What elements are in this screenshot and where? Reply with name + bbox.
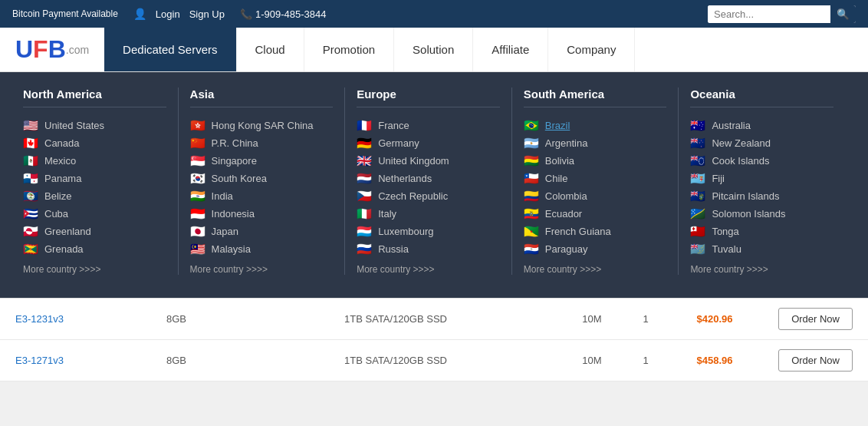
list-item[interactable]: 🇮🇳India xyxy=(190,187,334,205)
search-bar[interactable]: 🔍 xyxy=(708,5,856,23)
list-item[interactable]: 🇦🇷Argentina xyxy=(524,134,667,152)
flag-icon: 🇨🇴 xyxy=(524,191,539,202)
list-item[interactable]: 🇹🇻Tuvalu xyxy=(690,240,833,258)
country-name: Cuba xyxy=(44,208,68,220)
region-title: South America xyxy=(524,88,667,107)
list-item[interactable]: 🇬🇱Greenland xyxy=(23,223,166,240)
more-countries-link[interactable]: More country >>>> xyxy=(190,264,334,275)
flag-icon: 🇬🇩 xyxy=(23,244,38,255)
list-item[interactable]: 🇵🇳Pitcairn Islands xyxy=(690,187,833,205)
server-price: $458.96 xyxy=(676,355,753,366)
list-item[interactable]: 🇪🇨Ecuador xyxy=(524,205,667,223)
nav-bar: UFB .com Dedicated Servers Cloud Promoti… xyxy=(0,28,868,72)
server-table: E3-1231v3 8GB 1TB SATA/120GB SSD 10M 1 $… xyxy=(0,298,868,381)
flag-icon: 🇨🇳 xyxy=(190,138,205,149)
list-item[interactable]: 🇵🇾Paraguay xyxy=(524,240,667,258)
list-item[interactable]: 🇮🇹Italy xyxy=(357,205,500,223)
flag-icon: 🇳🇱 xyxy=(357,173,372,184)
list-item[interactable]: 🇳🇱Netherlands xyxy=(357,170,500,187)
nav-solution[interactable]: Solution xyxy=(394,28,473,71)
list-item[interactable]: 🇨🇴Colombia xyxy=(524,187,667,205)
list-item[interactable]: 🇰🇷South Korea xyxy=(190,170,334,187)
list-item[interactable]: 🇵🇦Panama xyxy=(23,170,166,187)
flag-icon: 🇳🇿 xyxy=(690,138,705,149)
list-item[interactable]: 🇭🇰Hong Kong SAR China xyxy=(190,117,334,134)
more-countries-link[interactable]: More country >>>> xyxy=(23,264,166,275)
flag-icon: 🇧🇷 xyxy=(524,121,539,131)
list-item[interactable]: 🇹🇴Tonga xyxy=(690,223,833,240)
flag-icon: 🇨🇦 xyxy=(23,138,38,149)
order-button[interactable]: Order Now xyxy=(778,349,853,372)
country-name: South Korea xyxy=(212,173,267,184)
more-countries-link[interactable]: More country >>>> xyxy=(524,264,667,275)
more-countries-link[interactable]: More country >>>> xyxy=(690,264,833,275)
order-action[interactable]: Order Now xyxy=(761,308,853,330)
list-item[interactable]: 🇲🇽Mexico xyxy=(23,152,166,170)
list-item[interactable]: 🇬🇫French Guiana xyxy=(524,223,667,240)
region-title: Asia xyxy=(190,88,334,107)
login-link[interactable]: Login xyxy=(156,8,180,20)
list-item[interactable]: 🇳🇿New Zealand xyxy=(690,134,833,152)
search-button[interactable]: 🔍 xyxy=(830,5,856,23)
flag-icon: 🇫🇯 xyxy=(690,173,705,184)
country-name: Australia xyxy=(712,120,751,131)
list-item[interactable]: 🇨🇿Czech Republic xyxy=(357,187,500,205)
list-item[interactable]: 🇧🇴Bolivia xyxy=(524,152,667,170)
server-model[interactable]: E3-1271v3 xyxy=(15,355,123,366)
nav-cloud[interactable]: Cloud xyxy=(237,28,304,71)
server-qty: 1 xyxy=(623,355,669,366)
server-bandwidth: 10M xyxy=(569,313,615,325)
list-item[interactable]: 🇸🇬Singapore xyxy=(190,152,334,170)
logo: UFB .com xyxy=(0,28,104,71)
list-item[interactable]: 🇨🇳P.R. China xyxy=(190,134,334,152)
nav-affiliate[interactable]: Affiliate xyxy=(473,28,548,71)
country-name: Japan xyxy=(212,226,238,237)
list-item[interactable]: 🇬🇩Grenada xyxy=(23,240,166,258)
server-model[interactable]: E3-1231v3 xyxy=(15,313,123,325)
list-item[interactable]: 🇬🇧United Kingdom xyxy=(357,152,500,170)
list-item[interactable]: 🇨🇺Cuba xyxy=(23,205,166,223)
flag-icon: 🇨🇰 xyxy=(690,156,705,167)
list-item[interactable]: 🇷🇺Russia xyxy=(357,240,500,258)
country-name: Indonesia xyxy=(212,208,255,220)
list-item[interactable]: 🇦🇺Australia xyxy=(690,117,833,134)
list-item[interactable]: 🇲🇾Malaysia xyxy=(190,240,334,258)
region-title: North America xyxy=(23,88,166,107)
nav-company[interactable]: Company xyxy=(548,28,635,71)
list-item[interactable]: 🇨🇦Canada xyxy=(23,134,166,152)
list-item[interactable]: 🇫🇷France xyxy=(357,117,500,134)
flag-icon: 🇹🇴 xyxy=(690,226,705,237)
flag-icon: 🇱🇺 xyxy=(357,226,372,237)
table-row: E3-1231v3 8GB 1TB SATA/120GB SSD 10M 1 $… xyxy=(0,299,868,340)
more-countries-link[interactable]: More country >>>> xyxy=(357,264,500,275)
flag-icon: 🇩🇪 xyxy=(357,138,372,149)
country-name: Singapore xyxy=(212,155,257,167)
bitcoin-label: Bitcoin Payment Available xyxy=(12,8,118,19)
list-item[interactable]: 🇨🇰Cook Islands xyxy=(690,152,833,170)
list-item[interactable]: 🇮🇩Indonesia xyxy=(190,205,334,223)
order-button[interactable]: Order Now xyxy=(778,308,853,330)
country-name: Greenland xyxy=(44,226,91,237)
list-item[interactable]: 🇫🇯Fiji xyxy=(690,170,833,187)
flag-icon: 🇵🇳 xyxy=(690,191,705,202)
list-item[interactable]: 🇺🇸United States xyxy=(23,117,166,134)
search-input[interactable] xyxy=(708,5,830,23)
list-item[interactable]: 🇨🇱Chile xyxy=(524,170,667,187)
region-col-south-america: South America🇧🇷Brazil🇦🇷Argentina🇧🇴Bolivi… xyxy=(512,88,679,275)
flag-icon: 🇬🇧 xyxy=(357,156,372,167)
nav-promotion[interactable]: Promotion xyxy=(304,28,394,71)
list-item[interactable]: 🇧🇷Brazil xyxy=(524,117,667,134)
list-item[interactable]: 🇱🇺Luxembourg xyxy=(357,223,500,240)
list-item[interactable]: 🇩🇪Germany xyxy=(357,134,500,152)
order-action[interactable]: Order Now xyxy=(761,349,853,372)
country-name[interactable]: Brazil xyxy=(545,120,570,131)
nav-dedicated-servers[interactable]: Dedicated Servers xyxy=(104,28,236,71)
list-item[interactable]: 🇸🇧Solomon Islands xyxy=(690,205,833,223)
list-item[interactable]: 🇧🇿Belize xyxy=(23,187,166,205)
logo-suffix: .com xyxy=(66,44,89,56)
country-name: Russia xyxy=(378,243,409,255)
region-col-europe: Europe🇫🇷France🇩🇪Germany🇬🇧United Kingdom🇳… xyxy=(345,88,512,275)
flag-icon: 🇺🇸 xyxy=(23,121,38,131)
list-item[interactable]: 🇯🇵Japan xyxy=(190,223,334,240)
signup-link[interactable]: Sign Up xyxy=(189,8,225,20)
